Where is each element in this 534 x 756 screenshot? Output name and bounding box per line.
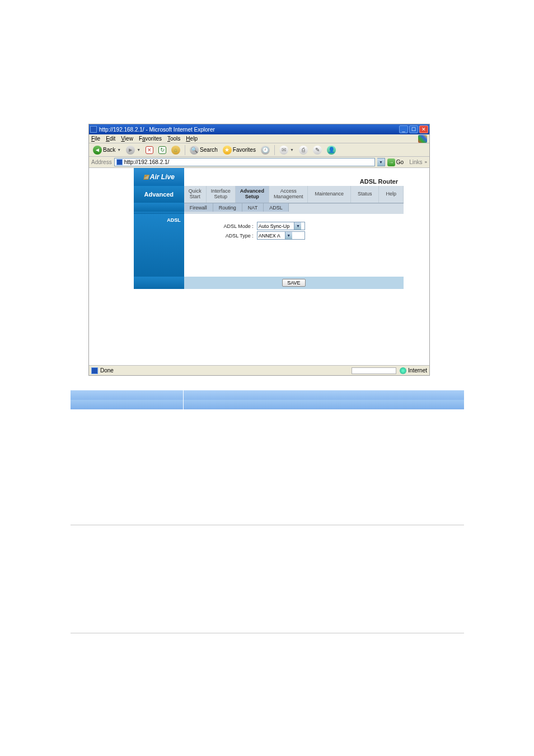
back-label: Back bbox=[103, 147, 115, 153]
print-icon: ⎙ bbox=[299, 146, 308, 155]
stop-button[interactable]: ✕ bbox=[144, 146, 155, 155]
tab-status[interactable]: Status bbox=[351, 186, 380, 203]
save-button[interactable]: SAVE bbox=[282, 279, 305, 287]
maximize-button[interactable]: ☐ bbox=[409, 125, 418, 133]
window-title: http://192.168.2.1/ - Microsoft Internet… bbox=[99, 127, 399, 133]
subtab-routing[interactable]: Routing bbox=[213, 203, 242, 212]
subtab-nat[interactable]: NAT bbox=[242, 203, 264, 212]
subtab-adsl[interactable]: ADSL bbox=[264, 203, 289, 212]
tab-quick-start[interactable]: QuickStart bbox=[184, 186, 207, 203]
tab-interface-setup[interactable]: InterfaceSetup bbox=[207, 186, 236, 203]
close-button[interactable]: ✕ bbox=[419, 125, 428, 133]
discuss-button[interactable]: 👤 bbox=[325, 145, 338, 155]
tab-maintenance[interactable]: Maintenance bbox=[308, 186, 351, 203]
url-text: http://192.168.2.1/ bbox=[124, 159, 373, 165]
minimize-button[interactable]: _ bbox=[399, 125, 408, 133]
wifi-icon: 📶 bbox=[143, 175, 149, 180]
forward-dropdown-icon[interactable]: ▼ bbox=[137, 148, 140, 152]
browser-window: http://192.168.2.1/ - Microsoft Internet… bbox=[88, 124, 430, 376]
adsl-mode-select[interactable]: Auto Sync-Up ▼ bbox=[257, 222, 305, 230]
subnav-tabs: Firewall Routing NAT ADSL bbox=[184, 203, 404, 212]
edit-icon: ✎ bbox=[313, 146, 322, 155]
logo: 📶 Air Live bbox=[134, 168, 184, 186]
forward-icon: ► bbox=[126, 146, 135, 155]
favorites-label: Favorites bbox=[233, 147, 256, 153]
adsl-type-select[interactable]: ANNEX A ▼ bbox=[257, 231, 305, 240]
page-content: 📶 Air Live ADSL Router Advanced QuickSta… bbox=[89, 168, 429, 365]
security-zone: Internet bbox=[400, 367, 427, 374]
divider bbox=[71, 633, 464, 633]
internet-zone-icon bbox=[400, 367, 406, 374]
back-icon: ◄ bbox=[93, 146, 102, 155]
product-title: ADSL Router bbox=[184, 168, 404, 186]
stop-icon: ✕ bbox=[146, 146, 153, 154]
adsl-mode-label: ADSL Mode : bbox=[184, 223, 257, 229]
nav-tabs: QuickStart InterfaceSetup AdvancedSetup … bbox=[184, 186, 404, 203]
favorites-button[interactable]: ★ Favorites bbox=[221, 145, 257, 155]
search-icon: 🔍 bbox=[190, 146, 199, 155]
body-section-label: ADSL bbox=[134, 214, 184, 277]
chevron-down-icon: ▼ bbox=[285, 232, 292, 239]
favorites-icon: ★ bbox=[223, 146, 232, 155]
links-label: Links bbox=[409, 159, 422, 165]
mail-button[interactable]: ✉▼ bbox=[278, 145, 296, 155]
edit-button[interactable]: ✎ bbox=[311, 145, 324, 155]
subtab-firewall[interactable]: Firewall bbox=[184, 203, 213, 212]
menu-favorites[interactable]: Favorites bbox=[139, 136, 162, 142]
table-header-bars bbox=[71, 390, 464, 409]
ie-icon bbox=[90, 126, 97, 133]
chevron-down-icon: ▼ bbox=[294, 222, 301, 230]
status-page-icon bbox=[91, 367, 98, 374]
forward-button[interactable]: ► ▼ bbox=[124, 145, 142, 155]
address-bar: Address http://192.168.2.1/ ▼ → Go Links… bbox=[89, 157, 429, 168]
refresh-button[interactable]: ↻ bbox=[157, 146, 168, 155]
adsl-type-value: ANNEX A bbox=[259, 233, 280, 239]
refresh-icon: ↻ bbox=[158, 146, 166, 154]
mail-icon: ✉ bbox=[279, 146, 288, 155]
address-input[interactable]: http://192.168.2.1/ bbox=[114, 158, 375, 166]
titlebar: http://192.168.2.1/ - Microsoft Internet… bbox=[89, 124, 429, 134]
menubar: File Edit View Favorites Tools Help bbox=[89, 134, 429, 143]
section-label: Advanced bbox=[134, 186, 184, 203]
back-dropdown-icon[interactable]: ▼ bbox=[117, 148, 121, 152]
go-label: Go bbox=[396, 159, 404, 165]
home-button[interactable]: ⌂ bbox=[170, 145, 182, 155]
search-label: Search bbox=[200, 147, 218, 153]
history-icon: 🕘 bbox=[261, 146, 270, 155]
links-chevron-icon[interactable]: » bbox=[425, 160, 427, 165]
adsl-type-label: ADSL Type : bbox=[184, 233, 257, 239]
menu-tools[interactable]: Tools bbox=[167, 136, 180, 142]
menu-file[interactable]: File bbox=[91, 136, 100, 142]
windows-flag-icon bbox=[418, 135, 427, 143]
statusbar: Done Internet bbox=[89, 365, 429, 375]
tab-help[interactable]: Help bbox=[379, 186, 404, 203]
toolbar: ◄ Back ▼ ► ▼ ✕ ↻ ⌂ 🔍 Search ★ Favorites … bbox=[89, 143, 429, 157]
menu-edit[interactable]: Edit bbox=[106, 136, 115, 142]
print-button[interactable]: ⎙ bbox=[297, 145, 310, 155]
back-button[interactable]: ◄ Back ▼ bbox=[91, 145, 123, 155]
address-dropdown-icon[interactable]: ▼ bbox=[377, 158, 385, 166]
address-label: Address bbox=[91, 159, 112, 165]
adsl-mode-value: Auto Sync-Up bbox=[259, 223, 290, 229]
status-text: Done bbox=[100, 367, 352, 374]
menu-help[interactable]: Help bbox=[186, 136, 198, 142]
tab-advanced-setup[interactable]: AdvancedSetup bbox=[236, 186, 269, 203]
zone-label: Internet bbox=[408, 367, 427, 374]
page-favicon-icon bbox=[116, 159, 123, 165]
tab-access-management[interactable]: AccessManagement bbox=[269, 186, 308, 203]
menu-view[interactable]: View bbox=[121, 136, 133, 142]
discuss-icon: 👤 bbox=[327, 146, 336, 155]
adsl-form: ADSL Mode : Auto Sync-Up ▼ ADSL Type : A… bbox=[184, 214, 404, 277]
status-progress bbox=[352, 367, 396, 374]
logo-text: Air Live bbox=[150, 173, 175, 181]
history-button[interactable]: 🕘 bbox=[259, 145, 271, 155]
divider bbox=[71, 525, 464, 525]
go-icon: → bbox=[387, 158, 395, 166]
go-button[interactable]: → Go bbox=[387, 158, 404, 166]
home-icon: ⌂ bbox=[171, 146, 180, 155]
search-button[interactable]: 🔍 Search bbox=[188, 145, 219, 155]
